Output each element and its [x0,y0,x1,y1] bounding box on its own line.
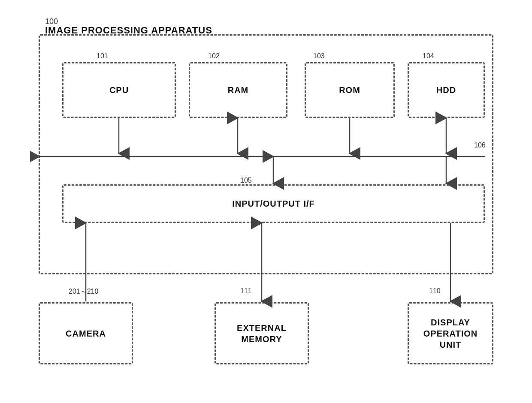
ref-106: 106 [474,141,486,149]
ram-box: RAM [189,62,287,118]
ref-camera: 201～210 [69,287,98,296]
hdd-box: HDD [408,62,485,118]
extmem-label: EXTERNAL MEMORY [237,322,287,345]
ram-label: RAM [228,84,249,96]
cpu-label: CPU [109,84,129,96]
cpu-box: CPU [62,62,176,118]
io-box: INPUT/OUTPUT I/F [62,184,485,223]
ref-101: 101 [97,52,108,60]
ref-105: 105 [240,177,252,184]
rom-box: ROM [305,62,395,118]
display-label: DISPLAY OPERATION UNIT [423,317,478,350]
camera-box: CAMERA [39,302,133,364]
io-label: INPUT/OUTPUT I/F [232,198,315,209]
ref-extmem: 111 [240,287,252,295]
camera-label: CAMERA [66,328,106,339]
hdd-label: HDD [436,84,456,96]
diagram-container: 100 IMAGE PROCESSING APPARATUS 101 CPU 1… [30,13,502,390]
ref-103: 103 [313,52,325,60]
ref-104: 104 [423,52,434,60]
ref-102: 102 [208,52,220,60]
apparatus-title: IMAGE PROCESSING APPARATUS [45,25,212,36]
display-box: DISPLAY OPERATION UNIT [408,302,493,364]
extmem-box: EXTERNAL MEMORY [215,302,309,364]
rom-label: ROM [339,84,360,96]
ref-display: 110 [429,287,441,295]
